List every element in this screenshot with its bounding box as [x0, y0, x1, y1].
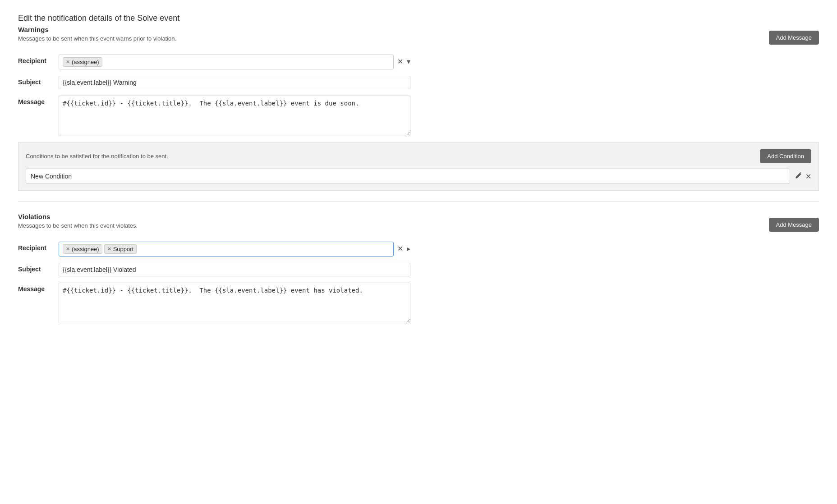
- violations-recipient-control: ✕ (assignee) ✕ Support ✕ ▸: [59, 242, 410, 257]
- violations-subject-label: Subject: [18, 263, 59, 273]
- warnings-title: Warnings: [18, 26, 176, 33]
- violations-recipient-tag-support: ✕ Support: [104, 244, 137, 254]
- violations-recipient-expand-button[interactable]: ▸: [407, 244, 410, 253]
- violations-header: Violations Messages to be sent when this…: [18, 213, 819, 236]
- violations-header-left: Violations Messages to be sent when this…: [18, 213, 138, 236]
- violations-recipient-actions: ✕ ▸: [397, 242, 410, 253]
- warnings-recipient-actions: ✕ ▾: [397, 55, 410, 66]
- warnings-recipient-expand-button[interactable]: ▾: [407, 57, 410, 66]
- warnings-condition-row: New Condition ✕: [26, 169, 811, 184]
- warnings-description: Messages to be sent when this event warn…: [18, 35, 176, 42]
- warnings-recipient-row: Recipient ✕ (assignee) ✕ ▾: [18, 55, 819, 69]
- warnings-condition-remove-icon[interactable]: ✕: [805, 172, 811, 181]
- warnings-add-condition-button[interactable]: Add Condition: [760, 149, 811, 163]
- violations-message-input[interactable]: #{{ticket.id}} - {{ticket.title}}. The {…: [59, 283, 410, 323]
- warnings-conditions-box: Conditions to be satisfied for the notif…: [18, 142, 819, 191]
- warnings-subject-label: Subject: [18, 76, 59, 86]
- violations-recipient-tag-support-remove[interactable]: ✕: [107, 246, 111, 252]
- page-title: Edit the notification details of the Sol…: [18, 14, 819, 23]
- warnings-section: Warnings Messages to be sent when this e…: [18, 26, 819, 191]
- violations-message-label: Message: [18, 283, 59, 293]
- warnings-conditions-description: Conditions to be satisfied for the notif…: [26, 153, 168, 160]
- warnings-subject-input[interactable]: [59, 76, 410, 89]
- violations-subject-row: Subject: [18, 263, 819, 276]
- warnings-header-left: Warnings Messages to be sent when this e…: [18, 26, 176, 49]
- warnings-recipient-remove-button[interactable]: ✕: [397, 57, 403, 66]
- violations-subject-input[interactable]: [59, 263, 410, 276]
- recipient-tag-assignee-label: (assignee): [72, 59, 99, 65]
- violations-recipient-tag-assignee-label: (assignee): [72, 246, 99, 252]
- warnings-condition-icons: ✕: [795, 172, 811, 181]
- warnings-recipient-label: Recipient: [18, 55, 59, 64]
- warnings-subject-row: Subject: [18, 76, 819, 89]
- violations-description: Messages to be sent when this event viol…: [18, 222, 138, 229]
- violations-recipient-tag-support-label: Support: [113, 246, 134, 252]
- violations-recipient-input[interactable]: ✕ (assignee) ✕ Support: [59, 242, 394, 257]
- violations-add-message-button[interactable]: Add Message: [769, 218, 819, 232]
- recipient-tag-assignee-remove[interactable]: ✕: [66, 59, 70, 65]
- violations-recipient-tag-assignee-remove[interactable]: ✕: [66, 246, 70, 252]
- warnings-message-input[interactable]: #{{ticket.id}} - {{ticket.title}}. The {…: [59, 96, 410, 136]
- warnings-conditions-header: Conditions to be satisfied for the notif…: [26, 149, 811, 163]
- section-divider: [18, 202, 819, 202]
- warnings-message-label: Message: [18, 96, 59, 105]
- violations-title: Violations: [18, 213, 138, 220]
- warnings-recipient-input[interactable]: ✕ (assignee): [59, 55, 394, 69]
- warnings-add-message-button[interactable]: Add Message: [769, 31, 819, 45]
- warnings-condition-text: New Condition: [26, 169, 790, 184]
- warnings-condition-edit-icon[interactable]: [795, 172, 802, 181]
- violations-recipient-row: Recipient ✕ (assignee) ✕ Support ✕ ▸: [18, 242, 819, 257]
- violations-recipient-tag-assignee: ✕ (assignee): [63, 244, 102, 254]
- warnings-message-row: Message #{{ticket.id}} - {{ticket.title}…: [18, 96, 819, 136]
- violations-message-row: Message #{{ticket.id}} - {{ticket.title}…: [18, 283, 819, 323]
- violations-section: Violations Messages to be sent when this…: [18, 213, 819, 323]
- warnings-header: Warnings Messages to be sent when this e…: [18, 26, 819, 49]
- violations-recipient-label: Recipient: [18, 242, 59, 252]
- violations-recipient-remove-button[interactable]: ✕: [397, 244, 403, 253]
- recipient-tag-assignee: ✕ (assignee): [63, 57, 102, 67]
- warnings-recipient-control: ✕ (assignee) ✕ ▾: [59, 55, 410, 69]
